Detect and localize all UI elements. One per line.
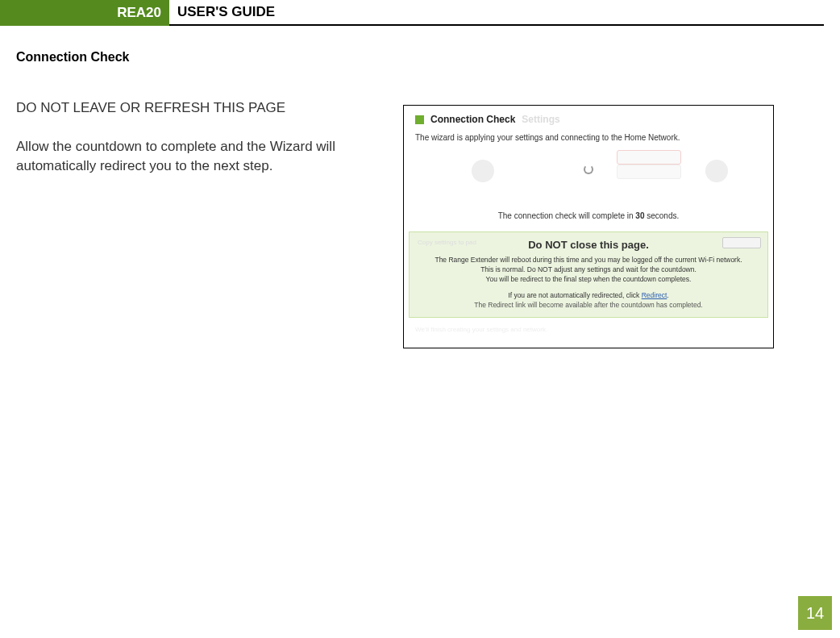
countdown-seconds: 30: [635, 211, 644, 220]
ss-diagram: [415, 156, 762, 205]
ghost-button: [722, 237, 761, 248]
ss-title-grey: Settings: [522, 114, 559, 125]
right-column: Connection Check Settings The wizard is …: [403, 48, 824, 348]
countdown-suffix: seconds.: [644, 211, 679, 220]
page-number: 14: [798, 596, 832, 630]
ss-warning-panel: Copy settings to pad Do NOT close this p…: [409, 231, 768, 318]
after-note: The Redirect link will become available …: [418, 301, 759, 309]
ss-countdown: The connection check will complete in 30…: [415, 211, 762, 220]
ss-title-row: Connection Check Settings: [415, 114, 762, 125]
panel-line2: This is normal. Do NOT adjust any settin…: [418, 265, 759, 275]
left-column: Connection Check DO NOT LEAVE OR REFRESH…: [16, 48, 387, 348]
panel-line3: You will be redirect to the final step w…: [418, 275, 759, 285]
spinner-icon: [584, 165, 593, 174]
ss-footer-ghost: We'll finish creating your settings and …: [404, 318, 773, 341]
section-title: Connection Check: [16, 48, 387, 66]
guide-title: USER'S GUIDE: [169, 0, 824, 26]
product-badge: REA20: [0, 0, 169, 26]
countdown-prefix: The connection check will complete in: [498, 211, 636, 220]
redirect-prefix: If you are not automatically redirected,…: [508, 291, 641, 299]
redirect-line: If you are not automatically redirected,…: [418, 291, 759, 299]
guide-title-text: USER'S GUIDE: [177, 4, 275, 20]
square-icon: [415, 115, 424, 124]
ss-subtitle: The wizard is applying your settings and…: [415, 133, 762, 142]
warning-line: DO NOT LEAVE OR REFRESH THIS PAGE: [16, 98, 387, 118]
embedded-screenshot: Connection Check Settings The wizard is …: [403, 105, 774, 348]
instruction-line: Allow the countdown to complete and the …: [16, 137, 387, 176]
product-label: REA20: [117, 5, 161, 21]
panel-line1: The Range Extender will reboot during th…: [418, 256, 759, 265]
page-number-text: 14: [806, 604, 824, 623]
page-header: REA20 USER'S GUIDE: [0, 0, 840, 26]
redirect-link[interactable]: Redirect: [642, 291, 667, 299]
ss-title: Connection Check: [430, 114, 515, 125]
content-area: Connection Check DO NOT LEAVE OR REFRESH…: [0, 26, 840, 348]
